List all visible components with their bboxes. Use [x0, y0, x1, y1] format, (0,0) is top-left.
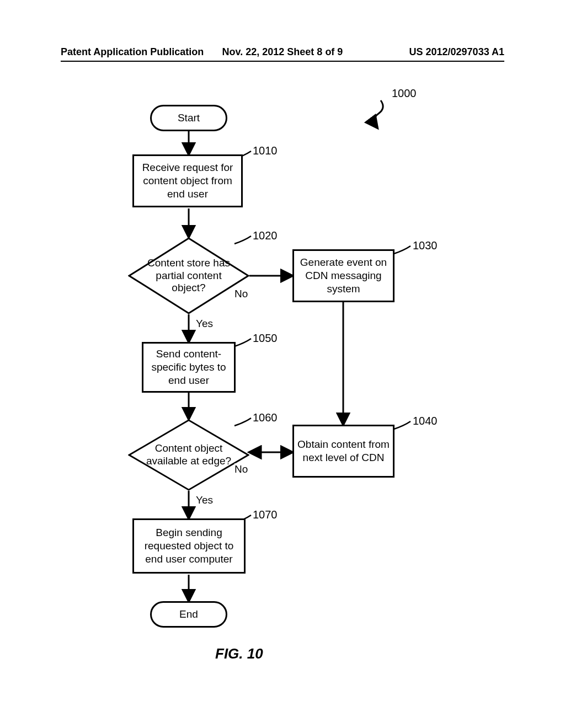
page: Patent Application Publication Nov. 22, …: [0, 0, 565, 728]
ref-1060: 1060: [253, 411, 278, 424]
ref-1020: 1020: [253, 229, 278, 242]
ref-1010: 1010: [253, 144, 278, 157]
process-receive-request: Receive request for content object from …: [132, 154, 243, 207]
ref-1030: 1030: [413, 239, 438, 252]
edge-label-yes2: Yes: [196, 494, 213, 506]
decision-available-edge: Content object available at edge?: [128, 419, 249, 491]
decision-available-edge-label: Content object available at edge?: [128, 419, 249, 491]
process-obtain-content: Obtain content from next level of CDN: [292, 425, 395, 478]
process-receive-request-label: Receive request for content object from …: [137, 161, 238, 200]
terminator-end: End: [150, 601, 227, 628]
terminator-end-label: End: [179, 608, 198, 621]
edge-label-no1: No: [234, 288, 248, 300]
process-obtain-content-label: Obtain content from next level of CDN: [297, 438, 390, 464]
terminator-start: Start: [150, 105, 227, 131]
figure-caption: FIG. 10: [215, 645, 263, 662]
process-generate-event-label: Generate event on CDN messaging system: [297, 256, 390, 295]
edge-label-no2: No: [234, 463, 248, 475]
process-send-bytes: Send content-specific bytes to end user: [142, 342, 236, 393]
process-send-bytes-label: Send content-specific bytes to end user: [147, 347, 231, 387]
figure-ref-number: 1000: [392, 87, 417, 100]
decision-partial-content-label: Content store has partial content object…: [128, 237, 249, 314]
process-begin-sending: Begin sending requested object to end us…: [132, 518, 246, 574]
decision-partial-content: Content store has partial content object…: [128, 237, 249, 314]
ref-1040: 1040: [413, 415, 438, 427]
ref-1050: 1050: [253, 332, 278, 345]
edge-label-yes1: Yes: [196, 318, 213, 330]
flowchart-arrows: [0, 0, 565, 728]
terminator-start-label: Start: [178, 111, 200, 125]
ref-1070: 1070: [253, 508, 278, 521]
process-generate-event: Generate event on CDN messaging system: [292, 249, 395, 302]
process-begin-sending-label: Begin sending requested object to end us…: [137, 526, 241, 565]
